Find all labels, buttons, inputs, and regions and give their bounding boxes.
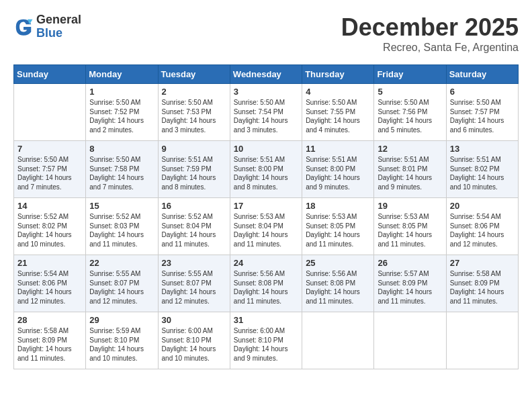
calendar-week-row: 1Sunrise: 5:50 AMSunset: 7:52 PMDaylight… (14, 84, 519, 141)
calendar-cell (374, 312, 446, 369)
day-number: 7 (17, 144, 82, 154)
calendar-cell: 30Sunrise: 6:00 AMSunset: 8:10 PMDayligh… (158, 312, 230, 369)
calendar-cell: 6Sunrise: 5:50 AMSunset: 7:57 PMDaylight… (446, 84, 518, 141)
day-info: Sunrise: 5:50 AMSunset: 7:57 PMDaylight:… (450, 98, 515, 134)
day-number: 9 (162, 144, 226, 154)
day-info: Sunrise: 5:57 AMSunset: 8:09 PMDaylight:… (378, 269, 442, 306)
day-info: Sunrise: 5:54 AMSunset: 8:06 PMDaylight:… (17, 269, 82, 306)
day-number: 1 (89, 87, 154, 97)
day-number: 11 (306, 144, 370, 154)
calendar-cell: 27Sunrise: 5:58 AMSunset: 8:09 PMDayligh… (446, 255, 518, 312)
calendar-cell: 28Sunrise: 5:58 AMSunset: 8:09 PMDayligh… (14, 312, 86, 369)
day-info: Sunrise: 5:50 AMSunset: 7:54 PMDaylight:… (234, 98, 298, 134)
day-number: 3 (234, 87, 298, 97)
calendar-cell: 21Sunrise: 5:54 AMSunset: 8:06 PMDayligh… (14, 255, 86, 312)
day-info: Sunrise: 5:52 AMSunset: 8:02 PMDaylight:… (17, 212, 82, 248)
day-info: Sunrise: 6:00 AMSunset: 8:10 PMDaylight:… (162, 326, 226, 363)
calendar-cell: 20Sunrise: 5:54 AMSunset: 8:06 PMDayligh… (446, 198, 518, 255)
calendar-cell: 26Sunrise: 5:57 AMSunset: 8:09 PMDayligh… (374, 255, 446, 312)
logo: General Blue (13, 13, 81, 40)
header-friday: Friday (374, 65, 446, 84)
day-number: 28 (17, 315, 82, 325)
day-number: 21 (17, 258, 82, 268)
day-info: Sunrise: 5:53 AMSunset: 8:05 PMDaylight:… (378, 212, 442, 248)
header-thursday: Thursday (302, 65, 374, 84)
day-info: Sunrise: 5:51 AMSunset: 8:01 PMDaylight:… (378, 155, 442, 191)
header-tuesday: Tuesday (158, 65, 230, 84)
calendar-cell: 4Sunrise: 5:50 AMSunset: 7:55 PMDaylight… (302, 84, 374, 141)
calendar-cell: 22Sunrise: 5:55 AMSunset: 8:07 PMDayligh… (86, 255, 158, 312)
header-sunday: Sunday (14, 65, 86, 84)
day-number: 23 (162, 258, 226, 268)
calendar-cell: 2Sunrise: 5:50 AMSunset: 7:53 PMDaylight… (158, 84, 230, 141)
header-monday: Monday (86, 65, 158, 84)
calendar-cell (446, 312, 518, 369)
day-info: Sunrise: 5:59 AMSunset: 8:10 PMDaylight:… (89, 326, 154, 363)
day-info: Sunrise: 5:50 AMSunset: 7:53 PMDaylight:… (162, 98, 226, 134)
calendar-table: SundayMondayTuesdayWednesdayThursdayFrid… (13, 64, 519, 369)
calendar-cell: 14Sunrise: 5:52 AMSunset: 8:02 PMDayligh… (14, 198, 86, 255)
day-number: 19 (378, 201, 442, 211)
calendar-cell: 23Sunrise: 5:55 AMSunset: 8:07 PMDayligh… (158, 255, 230, 312)
day-number: 8 (89, 144, 154, 154)
day-info: Sunrise: 5:56 AMSunset: 8:08 PMDaylight:… (234, 269, 298, 306)
calendar-cell: 12Sunrise: 5:51 AMSunset: 8:01 PMDayligh… (374, 141, 446, 198)
day-info: Sunrise: 5:51 AMSunset: 8:00 PMDaylight:… (234, 155, 298, 191)
day-number: 31 (234, 315, 298, 325)
day-number: 27 (450, 258, 515, 268)
calendar-week-row: 21Sunrise: 5:54 AMSunset: 8:06 PMDayligh… (14, 255, 519, 312)
calendar-cell: 19Sunrise: 5:53 AMSunset: 8:05 PMDayligh… (374, 198, 446, 255)
calendar-cell: 10Sunrise: 5:51 AMSunset: 8:00 PMDayligh… (230, 141, 302, 198)
day-number: 13 (450, 144, 515, 154)
day-info: Sunrise: 5:51 AMSunset: 8:02 PMDaylight:… (450, 155, 515, 191)
calendar-cell: 15Sunrise: 5:52 AMSunset: 8:03 PMDayligh… (86, 198, 158, 255)
calendar-cell: 13Sunrise: 5:51 AMSunset: 8:02 PMDayligh… (446, 141, 518, 198)
calendar-cell: 5Sunrise: 5:50 AMSunset: 7:56 PMDaylight… (374, 84, 446, 141)
calendar-cell: 16Sunrise: 5:52 AMSunset: 8:04 PMDayligh… (158, 198, 230, 255)
day-info: Sunrise: 5:52 AMSunset: 8:03 PMDaylight:… (89, 212, 154, 248)
day-info: Sunrise: 5:50 AMSunset: 7:52 PMDaylight:… (89, 98, 154, 134)
day-number: 26 (378, 258, 442, 268)
day-info: Sunrise: 5:58 AMSunset: 8:09 PMDaylight:… (450, 269, 515, 306)
day-info: Sunrise: 5:51 AMSunset: 7:59 PMDaylight:… (162, 155, 226, 191)
day-number: 20 (450, 201, 515, 211)
day-info: Sunrise: 5:55 AMSunset: 8:07 PMDaylight:… (89, 269, 154, 306)
day-info: Sunrise: 5:50 AMSunset: 7:56 PMDaylight:… (378, 98, 442, 134)
day-number: 12 (378, 144, 442, 154)
month-title: December 2025 (341, 13, 519, 42)
logo-text: General Blue (36, 13, 81, 40)
day-info: Sunrise: 5:51 AMSunset: 8:00 PMDaylight:… (306, 155, 370, 191)
day-number: 6 (450, 87, 515, 97)
logo-blue-text: Blue (36, 27, 81, 40)
calendar-cell: 17Sunrise: 5:53 AMSunset: 8:04 PMDayligh… (230, 198, 302, 255)
calendar-week-row: 14Sunrise: 5:52 AMSunset: 8:02 PMDayligh… (14, 198, 519, 255)
day-number: 2 (162, 87, 226, 97)
day-info: Sunrise: 5:58 AMSunset: 8:09 PMDaylight:… (17, 326, 82, 363)
day-info: Sunrise: 5:54 AMSunset: 8:06 PMDaylight:… (450, 212, 515, 248)
calendar-cell (302, 312, 374, 369)
header-saturday: Saturday (446, 65, 518, 84)
calendar-header-row: SundayMondayTuesdayWednesdayThursdayFrid… (14, 65, 519, 84)
calendar-cell: 8Sunrise: 5:50 AMSunset: 7:58 PMDaylight… (86, 141, 158, 198)
day-info: Sunrise: 5:52 AMSunset: 8:04 PMDaylight:… (162, 212, 226, 248)
day-number: 24 (234, 258, 298, 268)
day-number: 22 (89, 258, 154, 268)
calendar-cell: 9Sunrise: 5:51 AMSunset: 7:59 PMDaylight… (158, 141, 230, 198)
header-wednesday: Wednesday (230, 65, 302, 84)
day-number: 5 (378, 87, 442, 97)
day-info: Sunrise: 6:00 AMSunset: 8:10 PMDaylight:… (234, 326, 298, 363)
calendar-week-row: 7Sunrise: 5:50 AMSunset: 7:57 PMDaylight… (14, 141, 519, 198)
day-number: 14 (17, 201, 82, 211)
day-info: Sunrise: 5:55 AMSunset: 8:07 PMDaylight:… (162, 269, 226, 306)
calendar-cell (14, 84, 86, 141)
day-number: 10 (234, 144, 298, 154)
day-number: 29 (89, 315, 154, 325)
calendar-cell: 25Sunrise: 5:56 AMSunset: 8:08 PMDayligh… (302, 255, 374, 312)
day-info: Sunrise: 5:53 AMSunset: 8:04 PMDaylight:… (234, 212, 298, 248)
day-number: 25 (306, 258, 370, 268)
calendar-cell: 31Sunrise: 6:00 AMSunset: 8:10 PMDayligh… (230, 312, 302, 369)
calendar-week-row: 28Sunrise: 5:58 AMSunset: 8:09 PMDayligh… (14, 312, 519, 369)
calendar-cell: 7Sunrise: 5:50 AMSunset: 7:57 PMDaylight… (14, 141, 86, 198)
day-number: 30 (162, 315, 226, 325)
calendar-cell: 29Sunrise: 5:59 AMSunset: 8:10 PMDayligh… (86, 312, 158, 369)
